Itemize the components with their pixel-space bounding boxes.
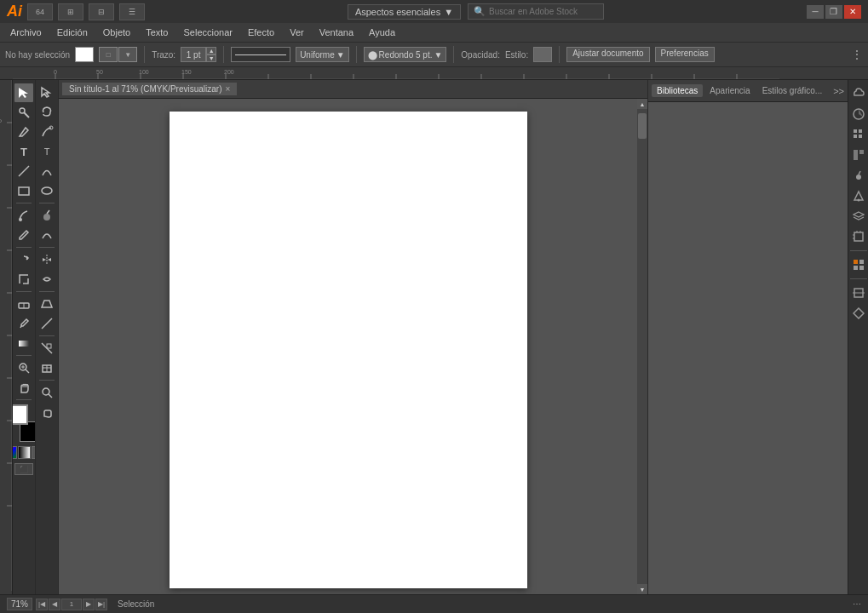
transform-icon[interactable]	[850, 305, 867, 322]
tab-bibliotecas[interactable]: Bibliotecas	[652, 84, 703, 97]
stroke-type-dropdown[interactable]: Uniforme ▼	[296, 47, 348, 62]
menu-seleccionar[interactable]: Seleccionar	[176, 26, 239, 39]
nav-next[interactable]: ▶	[83, 599, 95, 610]
scroll-thumb[interactable]	[638, 113, 647, 139]
slice-tool[interactable]	[37, 339, 56, 358]
left-toolbar-primary: T	[13, 80, 36, 594]
menu-ver[interactable]: Ver	[283, 26, 311, 39]
ruler-corner	[0, 67, 13, 80]
menu-archivo[interactable]: Archivo	[3, 26, 49, 39]
button-icon3[interactable]: ☰	[119, 3, 145, 20]
menu-ayuda[interactable]: Ayuda	[362, 26, 402, 39]
button-icon2[interactable]: ⊟	[89, 3, 114, 20]
workspace-selector[interactable]: Aspectos esenciales ▼	[348, 4, 461, 20]
trazo-down[interactable]: ▼	[206, 54, 216, 62]
nav-prev[interactable]: ◀	[49, 599, 60, 610]
stroke-arrow-box[interactable]: ▼	[118, 47, 137, 62]
gradient-tool[interactable]	[14, 334, 33, 352]
direct-selection-tool[interactable]	[37, 83, 56, 102]
bottom-overflow[interactable]: ⋯	[853, 599, 861, 609]
canvas-tab-item[interactable]: Sin título-1 al 71% (CMYK/Previsualizar)…	[62, 83, 237, 95]
tab-estilos[interactable]: Estilos gráfico...	[757, 84, 828, 97]
canvas-scroll-area[interactable]: ▲ ▼	[59, 99, 647, 594]
smooth-tool[interactable]	[37, 226, 56, 244]
pen-tool[interactable]	[14, 123, 33, 141]
style-color[interactable]	[533, 47, 552, 62]
eraser-tool[interactable]	[14, 295, 33, 313]
restore-button[interactable]: ❐	[825, 5, 842, 19]
type-tool[interactable]: T	[14, 142, 33, 161]
nav-first[interactable]: |◀	[36, 599, 48, 610]
zoom-tool-r[interactable]	[37, 383, 56, 402]
preferencias-btn[interactable]: Preferencias	[655, 47, 715, 62]
arc-tool[interactable]	[37, 162, 56, 180]
blob-brush-tool[interactable]	[37, 206, 56, 225]
trazo-value[interactable]: 1 pt	[181, 47, 206, 62]
svg-marker-35	[19, 88, 28, 98]
menu-texto[interactable]: Texto	[139, 26, 175, 39]
menu-efecto[interactable]: Efecto	[241, 26, 281, 39]
eyedropper-tool[interactable]	[14, 314, 33, 333]
zoom-display[interactable]: 71%	[7, 598, 32, 610]
change-screen-btn[interactable]: ⬛	[14, 463, 33, 475]
scale-tool[interactable]	[14, 270, 33, 289]
fill-swatch[interactable]	[13, 404, 28, 425]
zoom-tool[interactable]	[14, 358, 33, 377]
brush-icon[interactable]	[850, 167, 867, 184]
anchor-pen-tool[interactable]	[37, 123, 56, 141]
button-64[interactable]: 64	[27, 3, 53, 20]
trazo-up[interactable]: ▲	[206, 47, 216, 54]
stroke-shape-box[interactable]: □	[99, 47, 118, 62]
artboard-icon[interactable]	[850, 228, 867, 245]
align-icon[interactable]	[850, 284, 867, 301]
perspective-tool[interactable]	[37, 295, 56, 313]
color-wheel-icon[interactable]	[850, 106, 867, 123]
paintbrush-tool[interactable]	[14, 206, 33, 225]
hand-tool-r[interactable]	[37, 403, 56, 421]
line-tool[interactable]	[14, 162, 33, 180]
nav-last[interactable]: ▶|	[95, 599, 107, 610]
gradient-btn[interactable]	[18, 446, 31, 459]
sep1	[144, 46, 145, 63]
stock-search[interactable]: 🔍 Buscar en Adobe Stock	[468, 3, 604, 20]
button-icon1[interactable]: ⊞	[58, 3, 83, 20]
symbol-icon[interactable]	[850, 187, 867, 204]
cc-libraries-icon[interactable]	[850, 256, 867, 273]
lasso-tool[interactable]	[37, 103, 56, 122]
ellipse-tool[interactable]	[37, 181, 56, 200]
selection-tool[interactable]	[14, 83, 33, 102]
warp-tool[interactable]	[37, 270, 56, 289]
menu-ventana[interactable]: Ventana	[313, 26, 360, 39]
options-overflow[interactable]: ⋮	[851, 48, 863, 61]
swatch-icon[interactable]	[850, 146, 867, 163]
reflect-tool[interactable]	[37, 250, 56, 269]
rectangle-tool[interactable]	[14, 181, 33, 200]
magic-wand-tool[interactable]	[14, 103, 33, 122]
area-type-tool[interactable]: T	[37, 142, 56, 161]
scroll-down-btn[interactable]: ▼	[637, 584, 647, 594]
cc-icon[interactable]	[850, 85, 867, 102]
app-logo: Ai	[7, 3, 22, 20]
tab-apariencia[interactable]: Apariencia	[704, 84, 755, 97]
close-button[interactable]: ✕	[844, 5, 861, 19]
menu-edicion[interactable]: Edición	[50, 26, 95, 39]
rotate-tool[interactable]	[14, 250, 33, 269]
layers-icon[interactable]	[850, 208, 867, 225]
measure-tool[interactable]	[37, 314, 56, 333]
vertical-scrollbar[interactable]: ▲ ▼	[637, 99, 647, 594]
redondo-dropdown[interactable]: ⬤ Redondo 5 pt. ▼	[364, 47, 447, 62]
nav-page[interactable]: 1	[61, 599, 82, 610]
grid-icon[interactable]	[850, 126, 867, 143]
pencil-tool[interactable]	[14, 226, 33, 244]
hand-tool[interactable]	[14, 378, 33, 397]
menu-objeto[interactable]: Objeto	[96, 26, 137, 39]
stroke-preview[interactable]	[231, 47, 290, 62]
fill-color-box[interactable]	[75, 47, 94, 62]
minimize-button[interactable]: ─	[807, 5, 824, 19]
print-tiling-tool[interactable]	[37, 358, 56, 377]
panel-tabs-more[interactable]: >>	[833, 86, 844, 96]
scroll-up-btn[interactable]: ▲	[637, 99, 647, 109]
color-btn[interactable]	[13, 446, 17, 459]
tab-close-btn[interactable]: ×	[226, 84, 231, 94]
ajustar-btn[interactable]: Ajustar documento	[566, 47, 649, 62]
